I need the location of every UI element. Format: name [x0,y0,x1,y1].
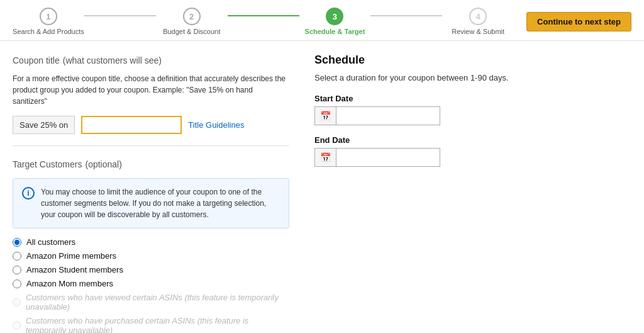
coupon-prefix: Save 25% on [13,116,75,134]
step-4-number: 4 [476,12,480,21]
start-date-input[interactable] [336,108,434,124]
target-customers-heading: Target Customers (optional) [13,157,289,171]
radio-viewed [13,298,21,307]
radio-purchased [13,321,21,330]
step-3-circle: 3 [326,8,343,25]
step-connector-3-4 [370,15,442,16]
step-4-label: Review & Submit [452,28,504,35]
radio-student[interactable] [13,266,21,274]
steps-container: 1 Search & Add Products 2 Budget & Disco… [13,8,514,35]
main-content: Coupon title (what customers will see) F… [0,41,644,333]
step-2-label: Budget & Discount [163,28,220,35]
coupon-title-text: Coupon title [13,55,60,65]
coupon-title-heading: Coupon title (what customers will see) [13,54,289,67]
step-1-label: Search & Add Products [13,28,84,35]
radio-all[interactable] [13,238,21,247]
end-date-calendar-icon[interactable]: 📅 [315,149,336,166]
end-date-input-wrapper: 📅 [314,148,440,167]
end-date-group: End Date 📅 [314,135,631,167]
target-radio-group: All customers Amazon Prime members Amazo… [13,237,289,333]
start-date-label: Start Date [314,94,631,103]
end-date-input[interactable] [336,150,434,166]
radio-item-prime[interactable]: Amazon Prime members [13,251,289,261]
coupon-title-subtitle: (what customers will see) [63,55,162,65]
start-date-input-wrapper: 📅 [314,106,440,125]
radio-item-purchased: Customers who have purchased certain ASI… [13,316,289,333]
schedule-description: Select a duration for your coupon betwee… [314,73,631,82]
step-1-number: 1 [46,12,50,21]
radio-label-mom: Amazon Mom members [26,279,113,288]
step-2-number: 2 [189,12,194,21]
section-divider [13,145,289,146]
step-connector-1-2 [84,15,156,16]
radio-label-prime: Amazon Prime members [26,251,116,261]
coupon-input-row: Save 25% on Title Guidelines [13,116,289,134]
radio-label-student: Amazon Student members [26,265,123,274]
radio-item-mom[interactable]: Amazon Mom members [13,279,289,288]
target-customers-subtitle: (optional) [86,159,122,169]
start-date-calendar-icon[interactable]: 📅 [315,107,336,125]
step-4: 4 Review & Submit [442,8,514,35]
target-info-text: You may choose to limit the audience of … [41,186,280,220]
title-guidelines-link[interactable]: Title Guidelines [188,120,244,130]
radio-prime[interactable] [13,252,21,261]
schedule-title: Schedule [314,54,631,67]
steps-header: 1 Search & Add Products 2 Budget & Disco… [0,0,644,41]
step-1: 1 Search & Add Products [13,8,84,35]
step-3-number: 3 [333,12,337,21]
continue-button[interactable]: Continue to next step [526,12,631,31]
step-1-circle: 1 [40,8,57,25]
target-customers-section: Target Customers (optional) i You may ch… [13,157,289,333]
target-info-box: i You may choose to limit the audience o… [13,178,289,229]
radio-item-student[interactable]: Amazon Student members [13,265,289,274]
end-date-label: End Date [314,135,631,145]
left-panel: Coupon title (what customers will see) F… [13,54,289,333]
radio-label-all: All customers [26,237,75,247]
radio-mom[interactable] [13,279,21,288]
step-3: 3 Schedule & Target [299,8,371,35]
step-4-circle: 4 [469,8,487,25]
coupon-title-section: Coupon title (what customers will see) F… [13,54,289,134]
target-customers-title-text: Target Customers [13,159,82,169]
radio-item-all[interactable]: All customers [13,237,289,247]
right-panel: Schedule Select a duration for your coup… [314,54,631,333]
info-icon: i [22,187,35,200]
coupon-title-description: For a more effective coupon title, choos… [13,73,289,107]
radio-label-purchased: Customers who have purchased certain ASI… [26,316,289,333]
radio-label-viewed: Customers who have viewed certain ASINs … [26,293,289,312]
start-date-group: Start Date 📅 [314,94,631,125]
step-3-label: Schedule & Target [305,28,365,35]
info-icon-text: i [27,189,29,198]
coupon-title-input[interactable] [81,116,182,134]
step-2: 2 Budget & Discount [156,8,228,35]
step-2-circle: 2 [183,8,201,25]
radio-item-viewed: Customers who have viewed certain ASINs … [13,293,289,312]
step-connector-2-3 [228,15,299,16]
